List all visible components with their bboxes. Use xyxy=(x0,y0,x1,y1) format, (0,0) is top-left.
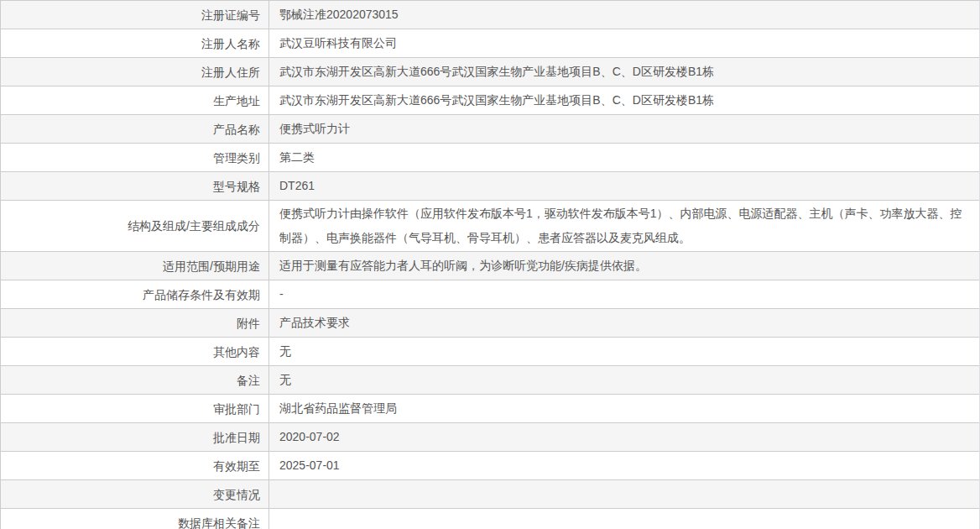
row-value: 2025-07-01 xyxy=(269,452,979,479)
table-row: 变更情况 xyxy=(1,480,979,509)
table-row: 适用范围/预期用途 适用于测量有应答能力者人耳的听阈，为诊断听觉功能/疾病提供依… xyxy=(1,252,979,280)
table-row: 注册人名称 武汉豆听科技有限公司 xyxy=(1,29,979,58)
row-label: 数据库相关备注 xyxy=(1,509,269,529)
row-label: 注册人住所 xyxy=(1,58,269,86)
row-value: 适用于测量有应答能力者人耳的听阈，为诊断听觉功能/疾病提供依据。 xyxy=(269,252,979,280)
table-row: 生产地址 武汉市东湖开发区高新大道666号武汉国家生物产业基地项目B、C、D区研… xyxy=(1,86,979,115)
table-row: 备注 无 xyxy=(1,366,979,395)
table-row: 结构及组成/主要组成成分 便携式听力计由操作软件（应用软件发布版本号1，驱动软件… xyxy=(1,201,979,252)
row-label: 附件 xyxy=(1,309,269,337)
row-value xyxy=(269,480,979,508)
table-row: 有效期至 2025-07-01 xyxy=(1,452,979,480)
row-value: 鄂械注准20202073015 xyxy=(269,1,979,29)
row-label: 备注 xyxy=(1,366,269,394)
registration-detail-table: 注册证编号 鄂械注准20202073015 注册人名称 武汉豆听科技有限公司 注… xyxy=(0,0,980,529)
row-value: 2020-07-02 xyxy=(269,423,979,451)
row-label: 产品储存条件及有效期 xyxy=(1,280,269,308)
row-value: 便携式听力计由操作软件（应用软件发布版本号1，驱动软件发布版本号1）、内部电源、… xyxy=(269,201,979,251)
row-value xyxy=(269,509,979,529)
row-label: 其他内容 xyxy=(1,338,269,365)
row-label: 变更情况 xyxy=(1,480,269,508)
row-label: 生产地址 xyxy=(1,86,269,114)
table-row: 注册人住所 武汉市东湖开发区高新大道666号武汉国家生物产业基地项目B、C、D区… xyxy=(1,58,979,86)
table-row: 产品储存条件及有效期 - xyxy=(1,280,979,309)
table-row: 数据库相关备注 xyxy=(1,509,979,529)
row-label: 管理类别 xyxy=(1,144,269,171)
row-value: 湖北省药品监督管理局 xyxy=(269,395,979,422)
row-value: 无 xyxy=(269,338,979,365)
row-label: 有效期至 xyxy=(1,452,269,479)
row-label: 产品名称 xyxy=(1,115,269,143)
row-value: 无 xyxy=(269,366,979,394)
row-value: 武汉豆听科技有限公司 xyxy=(269,29,979,57)
table-row: 型号规格 DT261 xyxy=(1,172,979,201)
table-row: 附件 产品技术要求 xyxy=(1,309,979,338)
table-row: 管理类别 第二类 xyxy=(1,144,979,172)
table-row: 其他内容 无 xyxy=(1,338,979,366)
row-value: DT261 xyxy=(269,172,979,200)
row-value: - xyxy=(269,280,979,308)
row-value: 第二类 xyxy=(269,144,979,171)
row-value: 产品技术要求 xyxy=(269,309,979,337)
row-label: 结构及组成/主要组成成分 xyxy=(1,201,269,251)
row-label: 批准日期 xyxy=(1,423,269,451)
row-value: 武汉市东湖开发区高新大道666号武汉国家生物产业基地项目B、C、D区研发楼B1栋 xyxy=(269,58,979,86)
table-row: 批准日期 2020-07-02 xyxy=(1,423,979,452)
table-row: 审批部门 湖北省药品监督管理局 xyxy=(1,395,979,423)
row-label: 型号规格 xyxy=(1,172,269,200)
table-row: 产品名称 便携式听力计 xyxy=(1,115,979,144)
row-label: 注册证编号 xyxy=(1,1,269,29)
row-value: 武汉市东湖开发区高新大道666号武汉国家生物产业基地项目B、C、D区研发楼B1栋 xyxy=(269,86,979,114)
row-label: 适用范围/预期用途 xyxy=(1,252,269,280)
row-value: 便携式听力计 xyxy=(269,115,979,143)
row-label: 注册人名称 xyxy=(1,29,269,57)
table-row: 注册证编号 鄂械注准20202073015 xyxy=(1,1,979,29)
row-label: 审批部门 xyxy=(1,395,269,422)
